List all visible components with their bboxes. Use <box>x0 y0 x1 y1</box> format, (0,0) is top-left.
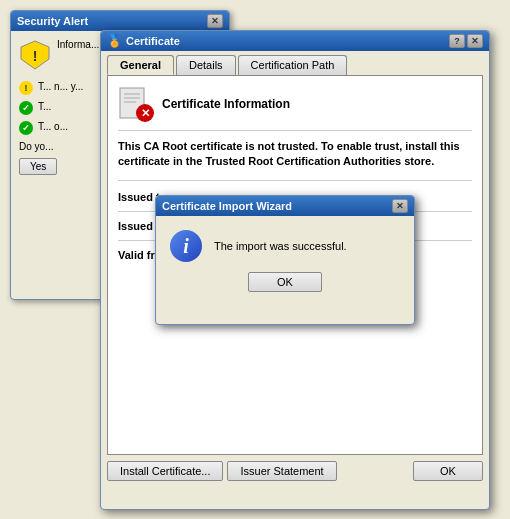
import-wizard-title: Certificate Import Wizard <box>162 200 292 212</box>
close-icon[interactable]: ✕ <box>467 34 483 48</box>
tab-details[interactable]: Details <box>176 55 236 75</box>
import-wizard-close-buttons: ✕ <box>392 199 408 213</box>
cert-warning-bold: This CA Root certificate is not trusted.… <box>118 140 460 167</box>
cert-info-header: ✕ Certificate Information <box>118 86 472 131</box>
tabs-bar: General Details Certification Path <box>101 51 489 75</box>
check-icon-2: ✓ <box>19 121 33 135</box>
import-wizard-titlebar: Certificate Import Wizard ✕ <box>156 196 414 216</box>
info-icon: i <box>170 230 202 262</box>
svg-text:!: ! <box>33 48 38 64</box>
security-item-3-text: T... o... <box>38 121 68 132</box>
certificate-ok-button[interactable]: OK <box>413 461 483 481</box>
close-icon[interactable]: ✕ <box>207 14 223 28</box>
issuer-statement-button[interactable]: Issuer Statement <box>227 461 336 481</box>
certificate-title: Certificate <box>126 35 180 47</box>
cert-bottom-bar: Install Certificate... Issuer Statement … <box>101 455 489 487</box>
check-icon-1: ✓ <box>19 101 33 115</box>
security-item-1-text: T... n... y... <box>38 81 83 92</box>
tab-certification-path[interactable]: Certification Path <box>238 55 348 75</box>
security-item-2-text: T... <box>38 101 51 112</box>
import-close-icon[interactable]: ✕ <box>392 199 408 213</box>
cert-bottom-left-buttons: Install Certificate... Issuer Statement <box>107 461 337 481</box>
cert-info-icon: ✕ <box>118 86 154 122</box>
cert-warning-text: This CA Root certificate is not trusted.… <box>118 139 472 181</box>
security-alert-titlebar-buttons: ✕ <box>207 14 223 28</box>
certificate-titlebar: 🏅 Certificate ? ✕ <box>101 31 489 51</box>
cert-titlebar-left: 🏅 Certificate <box>107 34 180 48</box>
import-wizard-ok-button[interactable]: OK <box>248 272 322 292</box>
cert-info-title: Certificate Information <box>162 97 290 111</box>
warn-icon-1: ! <box>19 81 33 95</box>
help-icon[interactable]: ? <box>449 34 465 48</box>
import-wizard-button-row: OK <box>156 272 414 302</box>
security-alert-title: Security Alert <box>17 15 88 27</box>
install-certificate-button[interactable]: Install Certificate... <box>107 461 223 481</box>
certificate-icon: 🏅 <box>107 34 122 48</box>
tab-general[interactable]: General <box>107 55 174 75</box>
cert-titlebar-buttons: ? ✕ <box>449 34 483 48</box>
security-alert-titlebar: Security Alert ✕ <box>11 11 229 31</box>
svg-text:✕: ✕ <box>141 107 150 119</box>
yes-button[interactable]: Yes <box>19 158 57 175</box>
security-shield-icon: ! <box>19 39 51 71</box>
import-wizard-message: The import was successful. <box>214 240 347 252</box>
import-wizard-dialog: Certificate Import Wizard ✕ i The import… <box>155 195 415 325</box>
cert-bottom-right-buttons: OK <box>413 461 483 481</box>
import-wizard-content: i The import was successful. <box>156 216 414 272</box>
